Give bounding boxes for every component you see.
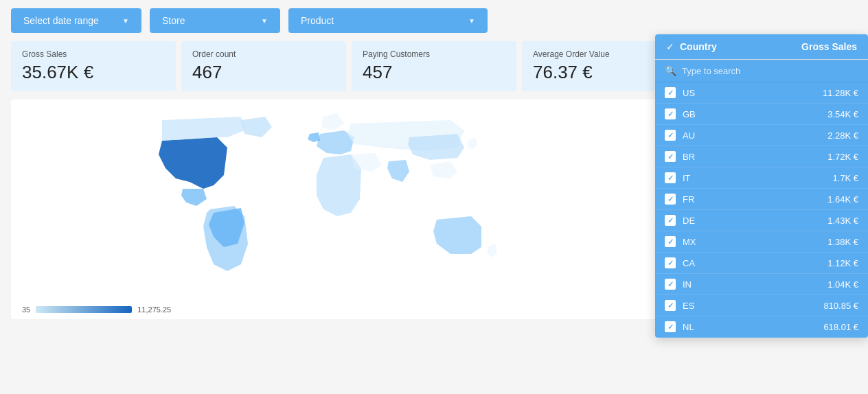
date-range-arrow: ▼ [122,17,129,25]
country-checkbox: ✓ [665,108,676,119]
country-item[interactable]: ✓ GB 3.54K € [655,104,868,125]
country-code: ES [683,301,823,311]
country-sales-value: 1.7K € [832,173,858,183]
checkmark-icon: ✓ [667,174,674,183]
stat-label: Gross Sales [22,49,165,59]
country-sales-value: 1.12K € [827,258,858,268]
stat-label: Paying Customers [363,49,505,59]
checkmark-icon: ✓ [667,237,674,246]
legend-gradient-bar [36,306,132,313]
checkmark-icon: ✓ [667,152,674,161]
country-item[interactable]: ✓ IN 1.04K € [655,274,868,295]
country-code: CA [683,258,827,268]
country-item[interactable]: ✓ MX 1.38K € [655,231,868,253]
world-map [11,100,684,292]
country-sales-value: 1.43K € [827,216,858,226]
stat-value: 467 [192,62,335,83]
legend-max: 11,275.25 [137,305,171,314]
dropdown-header: ✓ Country Gross Sales [655,34,868,60]
country-checkbox: ✓ [665,151,676,162]
checkmark-icon: ✓ [667,216,674,225]
header-check-icon: ✓ [666,41,674,52]
main-container: Select date range ▼ Store ▼ Product ▼ Gr… [0,0,868,394]
country-code: BR [683,152,827,162]
stat-card: Paying Customers 457 [352,41,516,91]
map-legend: 35 11,275.25 [22,305,171,314]
country-sales-value: 618.01 € [823,322,858,332]
country-code: FR [683,194,827,205]
country-checkbox: ✓ [665,236,676,247]
country-search-input[interactable] [682,66,858,76]
country-checkbox: ✓ [665,215,676,226]
checkmark-icon: ✓ [667,110,674,119]
stat-label: Average Order Value [533,49,676,59]
country-item[interactable]: ✓ NL 618.01 € [655,316,868,338]
country-code: IN [683,279,827,290]
country-sales-value: 810.85 € [823,301,858,311]
country-sales-value: 1.04K € [827,279,858,290]
country-code: IT [683,173,832,183]
country-checkbox: ✓ [665,87,676,98]
stat-value: 457 [363,62,505,83]
stat-card: Order count 467 [181,41,346,91]
store-button[interactable]: Store ▼ [150,8,280,33]
checkmark-icon: ✓ [667,280,674,289]
checkmark-icon: ✓ [667,195,674,204]
country-item[interactable]: ✓ BR 1.72K € [655,146,868,167]
product-arrow: ▼ [468,17,475,25]
checkmark-icon: ✓ [667,259,674,268]
country-item[interactable]: ✓ ES 810.85 € [655,295,868,316]
country-code: GB [683,109,827,119]
legend-min: 35 [22,305,30,314]
country-code: NL [683,322,823,332]
dropdown-country-header: Country [680,41,801,52]
country-sales-value: 11.28K € [823,88,858,98]
country-sales-value: 1.64K € [827,194,858,205]
country-sales-value: 1.38K € [827,237,858,247]
stat-value: 76.37 € [533,62,676,83]
country-item[interactable]: ✓ CA 1.12K € [655,253,868,274]
country-checkbox: ✓ [665,172,676,183]
country-code: DE [683,216,827,226]
country-sales-value: 1.72K € [827,152,858,162]
country-sales-value: 2.28K € [827,130,858,141]
search-icon: 🔍 [665,65,676,76]
checkmark-icon: ✓ [667,301,674,310]
country-item[interactable]: ✓ US 11.28K € [655,82,868,104]
store-arrow: ▼ [261,17,268,25]
country-item[interactable]: ✓ DE 1.43K € [655,210,868,231]
country-checkbox: ✓ [665,300,676,311]
store-label: Store [162,15,185,26]
date-range-button[interactable]: Select date range ▼ [11,8,141,33]
country-checkbox: ✓ [665,279,676,290]
country-item[interactable]: ✓ AU 2.28K € [655,125,868,146]
country-dropdown[interactable]: ✓ Country Gross Sales 🔍 ✓ US 11.28K € ✓ … [655,34,868,338]
checkmark-icon: ✓ [667,89,674,97]
map-section: 35 11,275.25 [11,100,684,319]
stat-card: Gross Sales 35.67K € [11,41,176,91]
product-label: Product [301,15,334,26]
country-code: AU [683,130,827,141]
country-checkbox: ✓ [665,194,676,205]
stat-value: 35.67K € [22,62,165,83]
checkmark-icon: ✓ [667,131,674,140]
country-checkbox: ✓ [665,321,676,332]
country-checkbox: ✓ [665,130,676,141]
dropdown-sales-header: Gross Sales [801,41,857,52]
product-button[interactable]: Product ▼ [288,8,488,33]
search-row: 🔍 [655,60,868,82]
checkmark-icon: ✓ [667,323,674,332]
country-sales-value: 3.54K € [827,109,858,119]
country-item[interactable]: ✓ IT 1.7K € [655,167,868,189]
country-code: US [683,88,823,98]
country-checkbox: ✓ [665,257,676,268]
date-range-label: Select date range [23,15,99,26]
country-code: MX [683,237,827,247]
country-list: ✓ US 11.28K € ✓ GB 3.54K € ✓ AU 2.28K € … [655,82,868,338]
country-item[interactable]: ✓ FR 1.64K € [655,189,868,210]
stat-label: Order count [192,49,335,59]
